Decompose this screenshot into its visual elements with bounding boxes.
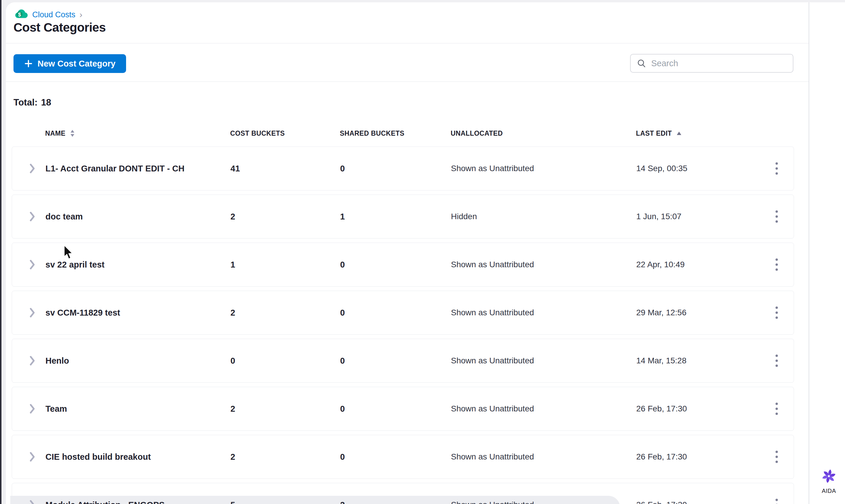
aida-widget[interactable]: AIDA [816, 468, 842, 494]
breadcrumb-chevron-icon: › [80, 10, 82, 19]
row-last-edit: 14 Sep, 00:35 [636, 164, 759, 173]
row-expand-chevron-icon[interactable] [29, 307, 37, 318]
row-expand-chevron-icon[interactable] [29, 403, 37, 414]
row-cost-buckets: 2 [230, 212, 340, 221]
sort-asc-icon [676, 131, 682, 136]
mouse-cursor-icon [62, 245, 74, 262]
column-header-name[interactable]: NAME [45, 129, 230, 138]
row-last-edit: 14 Mar, 15:28 [636, 356, 759, 365]
row-cost-buckets: 2 [230, 452, 340, 462]
header-divider [6, 43, 809, 43]
row-unallocated: Shown as Unattributed [451, 260, 636, 269]
search-icon [636, 58, 647, 68]
table-row[interactable]: L1- Acct Granular DONT EDIT - CH 41 0 Sh… [12, 146, 794, 191]
table-row[interactable]: Team 2 0 Shown as Unattributed 26 Feb, 1… [12, 387, 794, 431]
table-header: NAME COST BUCKETS SHARED BUCKETS UNALLOC… [12, 123, 794, 144]
toolbar-divider [6, 82, 809, 82]
app-window: $ Cloud Costs › Cost Categories New Cost… [0, 0, 845, 504]
row-shared-buckets: 2 [340, 500, 451, 504]
row-shared-buckets: 0 [340, 164, 451, 174]
row-unallocated: Shown as Unattributed [451, 308, 636, 317]
row-expand-chevron-icon[interactable] [29, 356, 37, 366]
page-title: Cost Categories [14, 20, 106, 35]
row-kebab-menu-icon[interactable] [769, 398, 785, 419]
row-last-edit: 26 Feb, 17:30 [636, 404, 759, 413]
total-label: Total: [14, 97, 37, 108]
total-value: 18 [41, 97, 51, 108]
new-cost-category-button[interactable]: New Cost Category [14, 54, 126, 73]
row-shared-buckets: 0 [340, 404, 451, 414]
row-name: doc team [46, 212, 230, 221]
plus-icon [24, 59, 33, 68]
row-name: sv CCM-11829 test [46, 308, 230, 318]
row-cost-buckets: 2 [230, 308, 340, 318]
row-unallocated: Shown as Unattributed [451, 404, 636, 413]
right-rail-divider [809, 2, 809, 504]
row-name: L1- Acct Granular DONT EDIT - CH [46, 164, 230, 174]
row-last-edit: 26 Feb, 17:30 [636, 452, 759, 462]
row-name: Module Attribution - ENGOPS [46, 500, 230, 504]
table-row[interactable]: Henlo 0 0 Shown as Unattributed 14 Mar, … [12, 339, 794, 383]
total-count: Total: 18 [14, 97, 51, 108]
row-cost-buckets: 0 [230, 356, 340, 366]
row-unallocated: Shown as Unattributed [451, 500, 636, 504]
row-shared-buckets: 0 [340, 452, 451, 462]
row-unallocated: Shown as Unattributed [451, 356, 636, 365]
svg-text:$: $ [18, 12, 21, 18]
breadcrumb-link-cloud-costs[interactable]: Cloud Costs [32, 10, 75, 19]
sort-updown-icon [70, 129, 75, 137]
table-row[interactable]: doc team 2 1 Hidden 1 Jun, 15:07 [12, 195, 794, 238]
aida-label: AIDA [822, 488, 836, 494]
row-shared-buckets: 0 [340, 308, 451, 318]
row-shared-buckets: 1 [340, 212, 451, 221]
row-expand-chevron-icon[interactable] [29, 500, 37, 504]
row-cost-buckets: 41 [230, 164, 340, 174]
cloud-costs-icon: $ [15, 9, 28, 20]
row-kebab-menu-icon[interactable] [769, 158, 785, 179]
row-kebab-menu-icon[interactable] [769, 447, 785, 467]
row-expand-chevron-icon[interactable] [29, 163, 37, 174]
row-kebab-menu-icon[interactable] [769, 350, 785, 371]
new-cost-category-label: New Cost Category [37, 59, 116, 69]
table-row[interactable]: sv CCM-11829 test 2 0 Shown as Unattribu… [12, 291, 794, 335]
search-box [630, 54, 793, 73]
row-unallocated: Shown as Unattributed [451, 452, 636, 462]
row-cost-buckets: 1 [230, 260, 340, 270]
row-name: CIE hosted build breakout [46, 452, 230, 462]
row-last-edit: 1 Jun, 15:07 [636, 212, 759, 221]
row-kebab-menu-icon[interactable] [769, 302, 785, 323]
row-name: Henlo [46, 356, 230, 366]
column-header-unallocated[interactable]: UNALLOCATED [451, 129, 636, 138]
row-kebab-menu-icon[interactable] [769, 206, 785, 227]
row-expand-chevron-icon[interactable] [29, 211, 37, 222]
row-last-edit: 22 Apr, 10:49 [636, 260, 759, 269]
table-rows: L1- Acct Granular DONT EDIT - CH 41 0 Sh… [12, 146, 794, 504]
column-header-cost-buckets[interactable]: COST BUCKETS [230, 129, 340, 138]
row-kebab-menu-icon[interactable] [769, 494, 785, 504]
row-name: Team [46, 404, 230, 414]
row-unallocated: Hidden [451, 212, 636, 221]
search-input[interactable] [651, 59, 787, 68]
row-kebab-menu-icon[interactable] [769, 254, 785, 275]
table-row[interactable]: Module Attribution - ENGOPS 5 2 Shown as… [12, 483, 794, 504]
row-shared-buckets: 0 [340, 260, 451, 270]
row-last-edit: 26 Feb, 17:30 [636, 500, 759, 504]
row-unallocated: Shown as Unattributed [451, 164, 636, 173]
row-cost-buckets: 2 [230, 404, 340, 414]
column-header-last-edit[interactable]: LAST EDIT [636, 129, 759, 138]
row-expand-chevron-icon[interactable] [29, 452, 37, 462]
column-header-shared-buckets[interactable]: SHARED BUCKETS [340, 129, 451, 138]
row-shared-buckets: 0 [340, 356, 451, 366]
row-expand-chevron-icon[interactable] [29, 259, 37, 270]
breadcrumb: $ Cloud Costs › [15, 8, 82, 21]
table-row[interactable]: CIE hosted build breakout 2 0 Shown as U… [12, 435, 794, 479]
aida-icon [821, 468, 838, 485]
row-cost-buckets: 5 [230, 500, 340, 504]
collapsed-nav-edge [0, 0, 1, 504]
row-last-edit: 29 Mar, 12:56 [636, 308, 759, 317]
table-row[interactable]: sv 22 april test 1 0 Shown as Unattribut… [12, 242, 794, 287]
